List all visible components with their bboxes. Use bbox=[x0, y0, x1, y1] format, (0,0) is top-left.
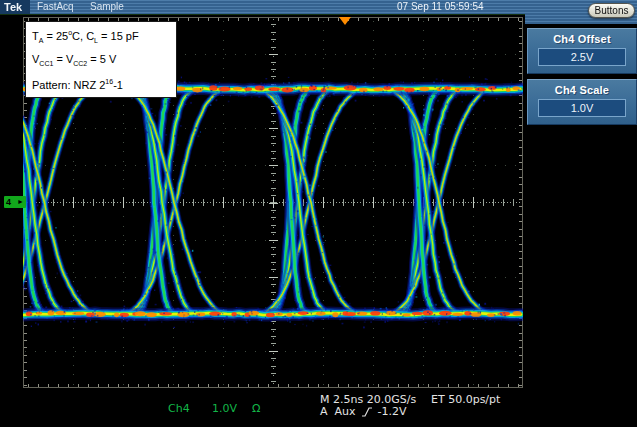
timebase-readout: M 2.5ns 20.0GS/s bbox=[320, 394, 416, 405]
ch4-scale-title: Ch4 Scale bbox=[528, 84, 636, 96]
vertical-scale-readout: 1.0V bbox=[212, 403, 237, 414]
menu-sample[interactable]: Sample bbox=[90, 0, 124, 14]
trigger-source-label: A Aux bbox=[320, 406, 356, 417]
ch4-scale-panel: Ch4 Scale 1.0V bbox=[527, 79, 637, 125]
annotation-line-conditions: TA = 25oC, CL = 15 pF bbox=[32, 24, 170, 50]
buttons-button[interactable]: Buttons bbox=[588, 3, 635, 18]
datetime-readout: 07 Sep 11 05:59:54 bbox=[397, 0, 484, 14]
ch4-offset-panel: Ch4 Offset 2.5V bbox=[527, 28, 637, 74]
trigger-position-marker-icon[interactable] bbox=[339, 17, 351, 25]
annotation-line-pattern: Pattern: NRZ 216-1 bbox=[32, 73, 170, 94]
ch4-offset-value[interactable]: 2.5V bbox=[538, 48, 626, 66]
ch4-scale-value[interactable]: 1.0V bbox=[538, 99, 626, 117]
rising-edge-icon bbox=[361, 407, 373, 417]
channel4-badge-label: 4 bbox=[6, 196, 11, 208]
annotation-line-supply: VCC1 = VCC2 = 5 V bbox=[32, 50, 170, 73]
ch4-offset-title: Ch4 Offset bbox=[528, 33, 636, 45]
channel4-arrow-icon: ► bbox=[17, 196, 24, 208]
channel4-reference-marker[interactable]: 4 ► bbox=[4, 196, 26, 208]
coupling-readout: Ω bbox=[252, 403, 260, 414]
channel-readout: Ch4 bbox=[168, 403, 190, 414]
acquisition-readout: ET 50.0ps/pt bbox=[431, 394, 500, 405]
annotation-box: TA = 25oC, CL = 15 pF VCC1 = VCC2 = 5 V … bbox=[25, 21, 177, 98]
tek-logo: Tek bbox=[0, 0, 30, 14]
oscilloscope-screen: Tek FastAcq Sample 07 Sep 11 05:59:54 Bu… bbox=[0, 0, 637, 427]
menu-fastacq[interactable]: FastAcq bbox=[37, 0, 74, 14]
trigger-level-label: -1.2V bbox=[378, 406, 407, 417]
trigger-readout: A Aux -1.2V bbox=[320, 406, 407, 417]
